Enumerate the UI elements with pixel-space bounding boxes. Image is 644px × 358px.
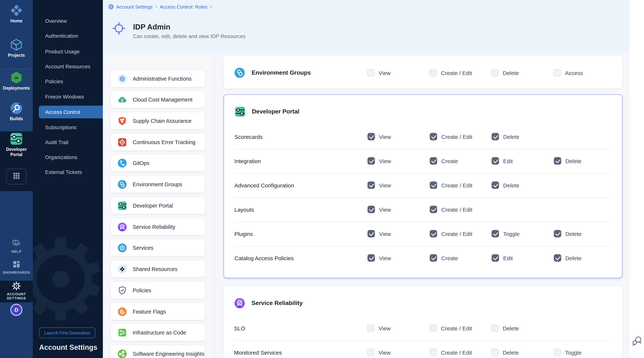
permission-delete[interactable]: Delete — [554, 222, 582, 246]
permission-view[interactable]: View — [368, 124, 391, 149]
checked-checkbox[interactable] — [368, 230, 375, 237]
permission-view[interactable]: View — [367, 67, 391, 78]
module-item-home[interactable]: Home — [0, 4, 33, 24]
breadcrumb-account-settings[interactable]: Account Settings — [116, 4, 152, 10]
unchecked-checkbox[interactable] — [554, 69, 561, 77]
permission-delete[interactable]: Delete — [491, 316, 519, 340]
permission-view[interactable]: View — [368, 222, 391, 246]
unchecked-checkbox[interactable] — [491, 349, 499, 356]
sidebar-item-audit-trail[interactable]: Audit Trail — [33, 136, 103, 148]
permission-create-edit[interactable]: Create / Edit — [430, 124, 472, 149]
category-card-service-reliability[interactable]: Service Reliability — [111, 218, 205, 235]
module-item-projects[interactable]: Projects — [0, 38, 33, 58]
sidebar-item-subscriptions[interactable]: Subscriptions — [33, 121, 103, 134]
module-item-builds[interactable]: Builds — [0, 102, 33, 122]
permission-delete[interactable]: Delete — [492, 173, 519, 197]
checked-checkbox[interactable] — [368, 206, 375, 213]
category-card-supply-chain-assurance[interactable]: Supply Chain Assurance — [111, 112, 205, 129]
apps-grid-button[interactable] — [6, 169, 26, 185]
checked-checkbox[interactable] — [430, 230, 437, 237]
user-avatar[interactable]: D — [10, 304, 22, 316]
unchecked-checkbox[interactable] — [367, 324, 374, 332]
category-card-environment-groups[interactable]: Environment Groups — [111, 176, 205, 193]
category-card-services[interactable]: Services — [111, 239, 205, 256]
permission-delete[interactable]: Delete — [554, 246, 582, 270]
rail-footer-dashboards[interactable]: DASHBOARDS — [0, 260, 33, 275]
unchecked-checkbox[interactable] — [491, 69, 499, 77]
category-card-continuous-error-tracking[interactable]: Continuous Error Tracking — [111, 134, 205, 150]
permission-access[interactable]: Access — [554, 67, 583, 78]
category-card-policies[interactable]: Policies — [111, 282, 205, 299]
permission-view[interactable]: View — [368, 197, 391, 222]
checked-checkbox[interactable] — [554, 157, 561, 165]
permission-delete[interactable]: Delete — [491, 67, 519, 78]
permission-delete[interactable]: Delete — [492, 124, 519, 149]
permission-edit[interactable]: Edit — [492, 246, 513, 270]
permission-create[interactable]: Create — [430, 149, 458, 173]
unchecked-checkbox[interactable] — [367, 69, 374, 77]
checked-checkbox[interactable] — [430, 157, 437, 165]
sidebar-item-overview[interactable]: Overview — [33, 15, 103, 27]
permission-edit[interactable]: Edit — [492, 149, 513, 173]
unchecked-checkbox[interactable] — [429, 349, 437, 356]
category-card-cloud-cost-management[interactable]: $Cloud Cost Management — [111, 91, 205, 108]
sidebar-item-access-control[interactable]: Access Control — [39, 106, 103, 118]
category-card-feature-flags[interactable]: Feature Flags — [111, 303, 205, 320]
permission-view[interactable]: View — [367, 340, 391, 358]
permission-create-edit[interactable]: Create / Edit — [430, 222, 472, 246]
permission-create-edit[interactable]: Create / Edit — [430, 173, 472, 197]
checked-checkbox[interactable] — [492, 133, 499, 140]
category-card-developer-portal[interactable]: Developer Portal — [111, 197, 205, 214]
chat-bubbles-icon[interactable] — [631, 335, 642, 346]
permission-toggle[interactable]: Toggle — [554, 340, 582, 358]
permission-delete[interactable]: Delete — [554, 149, 582, 173]
checked-checkbox[interactable] — [368, 133, 375, 140]
permission-create-edit[interactable]: Create / Edit — [430, 197, 472, 222]
permission-create-edit[interactable]: Create / Edit — [429, 67, 472, 78]
permission-create-edit[interactable]: Create / Edit — [429, 340, 472, 358]
checked-checkbox[interactable] — [430, 254, 437, 262]
sidebar-item-freeze-windows[interactable]: Freeze Windows — [33, 90, 103, 103]
checked-checkbox[interactable] — [368, 157, 375, 165]
unchecked-checkbox[interactable] — [429, 324, 437, 332]
sidebar-item-external-tickets[interactable]: External Tickets — [33, 166, 103, 178]
permission-view[interactable]: View — [368, 149, 391, 173]
category-card-infrastructure-as-code[interactable]: Infrastructure as Code — [111, 324, 205, 341]
unchecked-checkbox[interactable] — [491, 324, 499, 332]
unchecked-checkbox[interactable] — [429, 69, 437, 77]
checked-checkbox[interactable] — [492, 230, 499, 237]
rail-footer-help[interactable]: ?HELP — [0, 239, 33, 254]
checked-checkbox[interactable] — [554, 230, 561, 237]
breadcrumb-access-control-roles[interactable]: Access Control: Roles — [160, 4, 208, 10]
checked-checkbox[interactable] — [368, 182, 375, 189]
module-item-deployments[interactable]: ∞Deployments — [0, 71, 33, 91]
permission-view[interactable]: View — [368, 246, 391, 270]
checked-checkbox[interactable] — [492, 254, 499, 262]
category-card-gitops[interactable]: GitOps — [111, 154, 205, 171]
launch-first-generation-button[interactable]: Launch First Generation — [39, 327, 96, 338]
category-card-shared-resources[interactable]: Shared Resources — [111, 261, 205, 277]
sidebar-item-product-usage[interactable]: Product Usage — [33, 45, 103, 58]
permission-view[interactable]: View — [367, 316, 391, 340]
unchecked-checkbox[interactable] — [554, 349, 561, 356]
checked-checkbox[interactable] — [554, 254, 561, 262]
category-card-administrative-functions[interactable]: Administrative Functions — [111, 70, 205, 87]
checked-checkbox[interactable] — [368, 254, 375, 262]
permission-create-edit[interactable]: Create / Edit — [429, 316, 472, 340]
permission-delete[interactable]: Delete — [491, 340, 519, 358]
checked-checkbox[interactable] — [492, 157, 499, 165]
checked-checkbox[interactable] — [430, 206, 437, 213]
category-card-software-engineering-insights[interactable]: Software Engineering Insights — [111, 345, 205, 358]
sidebar-item-authentication[interactable]: Authentication — [33, 30, 103, 42]
sidebar-item-policies[interactable]: Policies — [33, 75, 103, 88]
unchecked-checkbox[interactable] — [367, 349, 374, 356]
sidebar-item-organizations[interactable]: Organizations — [33, 151, 103, 163]
checked-checkbox[interactable] — [430, 133, 437, 140]
permission-create[interactable]: Create — [430, 246, 458, 270]
rail-footer-account-settings[interactable]: ACCOUNT SETTINGS — [0, 281, 33, 300]
module-item-developer-portal[interactable]: Developer Portal — [0, 132, 33, 157]
permission-view[interactable]: View — [368, 173, 391, 197]
permission-toggle[interactable]: Toggle — [492, 222, 520, 246]
checked-checkbox[interactable] — [492, 182, 499, 189]
checked-checkbox[interactable] — [430, 182, 437, 189]
